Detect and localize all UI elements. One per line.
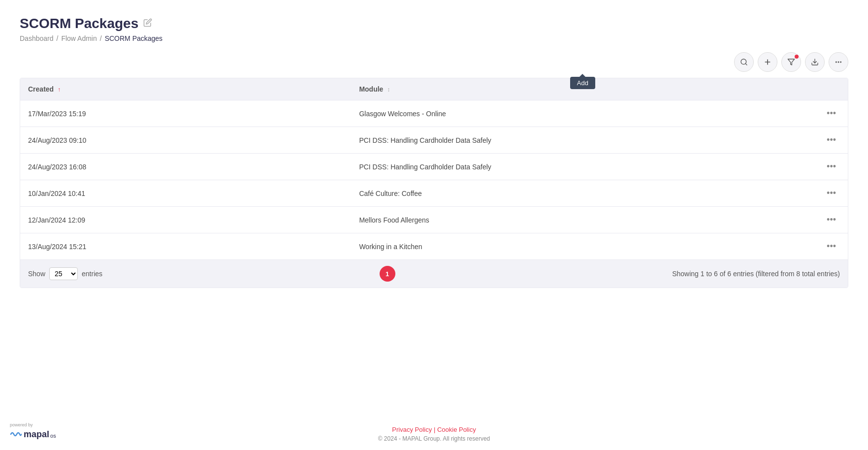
cell-actions: ••• [815,127,848,154]
cell-module: PCI DSS: Handling Cardholder Data Safely [351,127,815,154]
cell-created: 12/Jan/2024 12:09 [20,207,351,233]
breadcrumb-dashboard[interactable]: Dashboard [20,34,54,42]
powered-by-label: powered by [10,422,33,427]
table-row: 10/Jan/2024 10:41Café Culture: Coffee••• [20,180,848,207]
download-button[interactable] [805,52,825,72]
cell-actions: ••• [815,180,848,207]
entries-info: Showing 1 to 6 of 6 entries (filtered fr… [672,270,840,278]
breadcrumb: Dashboard / Flow Admin / SCORM Packages [20,34,848,42]
add-tooltip: Add [570,77,595,89]
cell-module: Glasgow Welcomes - Online [351,100,815,127]
svg-point-8 [840,62,841,62]
scorm-table: Created ↑ Module ↕ 17/Mar/2023 15:19Glas… [20,78,848,288]
privacy-policy-link[interactable]: Privacy Policy [392,426,432,433]
row-more-button[interactable]: ••• [823,134,840,146]
row-more-button[interactable]: ••• [823,187,840,199]
cell-created: 13/Aug/2024 15:21 [20,233,351,260]
page-title: SCORM Packages [20,16,138,32]
mapal-logo: powered by mapal os [10,422,56,440]
cell-module: PCI DSS: Handling Cardholder Data Safely [351,154,815,180]
toolbar: Add [20,52,848,72]
row-more-button[interactable]: ••• [823,240,840,253]
table-row: 12/Jan/2024 12:09Mellors Food Allergens•… [20,207,848,233]
sort-asc-icon: ↑ [58,86,61,93]
cell-module: Mellors Food Allergens [351,207,815,233]
cell-created: 17/Mar/2023 15:19 [20,100,351,127]
breadcrumb-flow-admin[interactable]: Flow Admin [61,34,96,42]
column-actions [815,78,848,100]
row-more-button[interactable]: ••• [823,161,840,173]
entries-label: entries [82,270,102,278]
cell-created: 24/Aug/2023 16:08 [20,154,351,180]
cell-actions: ••• [815,100,848,127]
mapal-os-text: os [50,433,56,439]
mapal-brand-text: mapal [24,429,49,440]
svg-marker-4 [788,59,794,65]
svg-line-1 [745,64,747,65]
page-1-button[interactable]: 1 [380,266,395,282]
copyright-text: © 2024 - MAPAL Group. All rights reserve… [0,435,868,442]
cell-actions: ••• [815,233,848,260]
search-button[interactable] [734,52,754,72]
page-footer: Privacy Policy | Cookie Policy © 2024 - … [0,416,868,450]
cell-actions: ••• [815,207,848,233]
add-button[interactable] [758,52,777,72]
filter-active-dot [795,55,799,59]
row-more-button[interactable]: ••• [823,214,840,226]
show-label: Show [28,270,45,278]
table-row: 24/Aug/2023 16:08PCI DSS: Handling Cardh… [20,154,848,180]
svg-point-7 [838,62,838,62]
filter-button[interactable] [781,52,801,72]
table-row: 17/Mar/2023 15:19Glasgow Welcomes - Onli… [20,100,848,127]
mapal-wave-icon [10,428,22,440]
cell-created: 10/Jan/2024 10:41 [20,180,351,207]
edit-icon[interactable] [143,18,152,29]
breadcrumb-current: SCORM Packages [105,34,162,42]
table-footer: Show 25 50 100 entries 1 Showing 1 to 6 … [20,259,848,288]
cell-actions: ••• [815,154,848,180]
pagination: 1 [380,266,395,282]
cookie-policy-link[interactable]: Cookie Policy [437,426,476,433]
cell-module: Café Culture: Coffee [351,180,815,207]
cell-module: Working in a Kitchen [351,233,815,260]
cell-created: 24/Aug/2023 09:10 [20,127,351,154]
entries-select[interactable]: 25 50 100 [49,267,78,280]
row-more-button[interactable]: ••• [823,107,840,120]
table-header-row: Created ↑ Module ↕ [20,78,848,100]
table-row: 13/Aug/2024 15:21Working in a Kitchen••• [20,233,848,260]
more-button[interactable] [829,52,848,72]
column-created[interactable]: Created ↑ [20,78,351,100]
svg-point-6 [836,62,836,62]
sort-neutral-icon: ↕ [387,86,390,93]
table-row: 24/Aug/2023 09:10PCI DSS: Handling Cardh… [20,127,848,154]
